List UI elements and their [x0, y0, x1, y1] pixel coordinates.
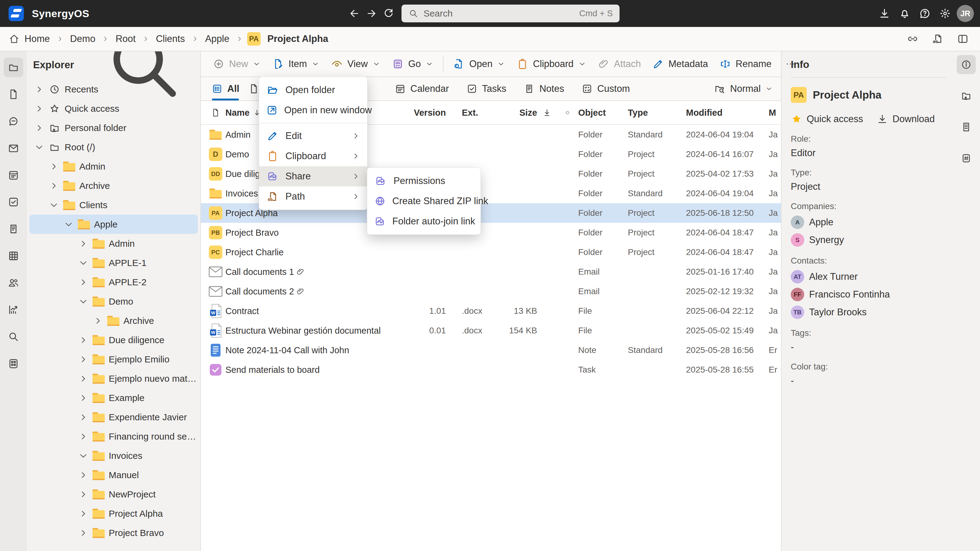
- tree-item-clients[interactable]: Clients: [29, 195, 198, 214]
- contact-item[interactable]: TB Taylor Brooks: [791, 305, 946, 319]
- tree-item-invoices[interactable]: Invoices: [29, 446, 198, 465]
- tree-item-newproject[interactable]: NewProject: [29, 484, 198, 504]
- info-rail-info-icon[interactable]: [957, 55, 976, 74]
- tree-item-expendiente-javier[interactable]: Expendiente Javier: [29, 407, 198, 427]
- column-modified[interactable]: Modified: [686, 108, 769, 118]
- rail-note-icon[interactable]: [4, 219, 23, 239]
- submenu-item-folder-auto-join-link[interactable]: Folder auto-join link: [367, 211, 480, 232]
- tab-calendar[interactable]: Calendar: [395, 77, 449, 100]
- breadcrumb-item[interactable]: Home: [22, 32, 52, 46]
- menu-item-open-in-new-window[interactable]: Open in new window: [259, 100, 367, 120]
- chevron-down-icon[interactable]: [78, 296, 89, 307]
- chevron-right-icon[interactable]: [78, 335, 89, 345]
- toolbar-overflow-button[interactable]: [779, 54, 802, 74]
- column-type[interactable]: Type: [628, 108, 686, 118]
- table-row[interactable]: Call documents 2 Email 2025-02-12 19:32 …: [201, 282, 781, 301]
- chevron-right-icon[interactable]: [78, 528, 89, 538]
- chevron-right-icon[interactable]: [78, 412, 89, 422]
- avatar[interactable]: JR: [957, 5, 974, 22]
- chevron-right-icon[interactable]: [34, 103, 45, 114]
- chevron-right-icon[interactable]: [78, 354, 89, 365]
- chevron-right-icon[interactable]: [93, 316, 103, 326]
- rail-people-icon[interactable]: [4, 273, 23, 293]
- menu-item-clipboard[interactable]: Clipboard: [259, 146, 367, 166]
- chevron-down-icon[interactable]: [34, 142, 45, 152]
- contact-item[interactable]: FF Francisco Fontinha: [791, 288, 946, 301]
- breadcrumb-current[interactable]: Project Alpha: [265, 32, 331, 46]
- tree-item-archive[interactable]: Archive: [29, 311, 198, 330]
- menu-item-edit[interactable]: Edit: [259, 126, 367, 146]
- menu-item-path[interactable]: Path: [259, 186, 367, 206]
- info-rail-hash-icon[interactable]: [957, 149, 976, 168]
- tree-item-demo[interactable]: Demo: [29, 292, 198, 311]
- forward-arrow-icon[interactable]: [363, 5, 380, 22]
- table-row[interactable]: Note 2024-11-04 Call with John Note Stan…: [201, 340, 781, 360]
- tree-item-archive[interactable]: Archive: [29, 176, 198, 195]
- gear-icon[interactable]: [937, 5, 954, 22]
- document-link-icon[interactable]: [929, 30, 946, 48]
- chevron-right-icon[interactable]: [78, 431, 89, 442]
- split-panel-icon[interactable]: [954, 30, 971, 48]
- rail-table-icon[interactable]: [4, 246, 23, 266]
- company-item[interactable]: A Apple: [791, 216, 946, 229]
- tree-item-project-alpha[interactable]: Project Alpha: [29, 504, 198, 523]
- breadcrumb-item[interactable]: Apple: [203, 32, 232, 46]
- toolbar-open-button[interactable]: Open: [447, 54, 511, 74]
- table-row[interactable]: Send materials to board Task 2025-05-28 …: [201, 360, 781, 380]
- tree-item-ejemplo-emilio[interactable]: Ejemplo Emilio: [29, 349, 198, 369]
- tree-item-example[interactable]: Example: [29, 388, 198, 407]
- chevron-right-icon[interactable]: [49, 161, 59, 172]
- tree-item-ejemplo-nuevo-matter[interactable]: Ejemplo nuevo matter: [29, 369, 198, 388]
- chevron-right-icon[interactable]: [78, 393, 89, 403]
- tree-item-financing-round-serie-[interactable]: Financing round serie...: [29, 427, 198, 446]
- tab-all[interactable]: All: [211, 77, 240, 100]
- help-icon[interactable]: [916, 5, 934, 22]
- info-rail-doc-lines-icon[interactable]: [957, 118, 976, 137]
- menu-item-share[interactable]: Share: [259, 166, 367, 186]
- rail-page-icon[interactable]: [4, 84, 23, 104]
- toolbar-go-button[interactable]: Go: [386, 54, 439, 74]
- toolbar-item-button[interactable]: Item: [266, 54, 325, 74]
- tree-item-admin[interactable]: Admin: [29, 234, 198, 253]
- column-status-icon[interactable]: [557, 109, 578, 116]
- tree-item-admin[interactable]: Admin: [29, 157, 198, 176]
- chevron-right-icon[interactable]: [34, 84, 45, 95]
- submenu-item-permissions[interactable]: Permissions: [367, 171, 480, 191]
- menu-item-open-folder[interactable]: Open folder: [259, 80, 367, 100]
- column-object[interactable]: Object: [578, 108, 628, 118]
- tree-item-manuel[interactable]: Manuel: [29, 465, 198, 484]
- table-row[interactable]: PB Project Bravo Folder Project 2024-06-…: [201, 223, 781, 243]
- rail-grid-icon[interactable]: [4, 354, 23, 373]
- breadcrumb-item[interactable]: Root: [113, 32, 138, 46]
- breadcrumb-item[interactable]: Clients: [153, 32, 188, 46]
- rail-search-icon[interactable]: [4, 327, 23, 346]
- tab-tasks[interactable]: Tasks: [466, 77, 506, 100]
- table-row[interactable]: Call documents 1 Email 2025-01-16 17:40 …: [201, 262, 781, 282]
- chevron-right-icon[interactable]: [78, 373, 89, 384]
- chevron-right-icon[interactable]: [34, 123, 45, 133]
- chevron-right-icon[interactable]: [78, 277, 89, 287]
- back-arrow-icon[interactable]: [346, 5, 363, 22]
- download-icon[interactable]: [876, 5, 893, 22]
- rail-check-icon[interactable]: [4, 192, 23, 212]
- column-download-icon[interactable]: [537, 108, 557, 118]
- column-version[interactable]: Version: [418, 108, 446, 118]
- rail-folder-icon[interactable]: [4, 57, 23, 77]
- explorer-search-icon[interactable]: [98, 51, 190, 111]
- rail-chart-icon[interactable]: [4, 300, 23, 319]
- column-size[interactable]: Size: [491, 108, 537, 118]
- column-modified-by[interactable]: M: [769, 108, 781, 118]
- chevron-right-icon[interactable]: [49, 181, 59, 191]
- info-action-download[interactable]: Download: [877, 113, 935, 125]
- rail-chat-icon[interactable]: [4, 111, 23, 131]
- tree-item-apple-1[interactable]: APPLE-1: [29, 253, 198, 272]
- toolbar-clipboard-button[interactable]: Clipboard: [511, 54, 592, 74]
- chevron-right-icon[interactable]: [78, 489, 89, 500]
- breadcrumb-item[interactable]: Demo: [68, 32, 98, 46]
- refresh-icon[interactable]: [380, 5, 397, 22]
- link-icon[interactable]: [904, 30, 921, 48]
- chevron-right-icon[interactable]: [78, 470, 89, 480]
- info-action-quick-access[interactable]: Quick access: [791, 113, 863, 125]
- company-item[interactable]: S Synergy: [791, 233, 946, 247]
- bell-icon[interactable]: [896, 5, 913, 22]
